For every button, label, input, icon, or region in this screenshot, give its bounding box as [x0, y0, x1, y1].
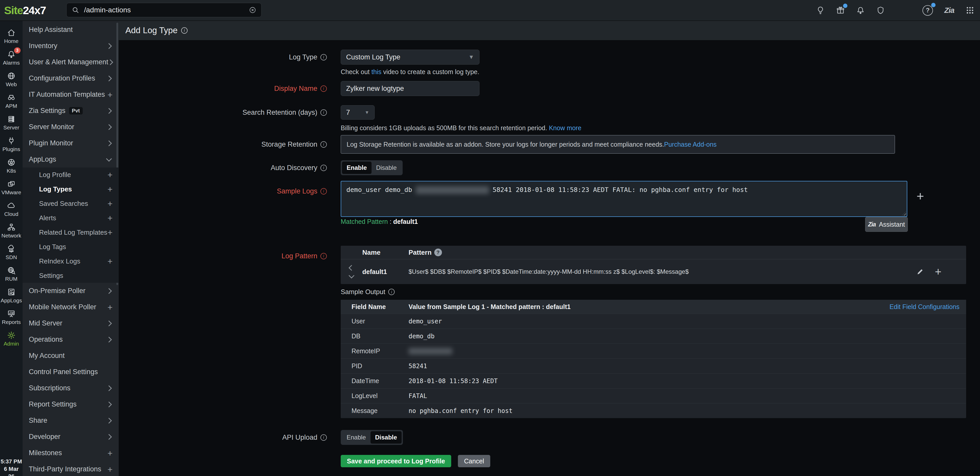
- api-upload-disable[interactable]: Disable: [371, 431, 402, 444]
- plus-icon[interactable]: +: [107, 230, 113, 235]
- sidebar-item-my-account[interactable]: My Account: [22, 348, 119, 364]
- sidebar-item-label: User & Alert Management: [29, 58, 108, 66]
- sidebar-item-reindex-logs[interactable]: ReIndex Logs+: [22, 254, 119, 268]
- sidebar-item-operations[interactable]: Operations: [22, 331, 119, 348]
- auto-discovery-disable[interactable]: Disable: [372, 161, 401, 174]
- add-sample-log-icon[interactable]: +: [916, 191, 924, 201]
- search-retention-dropdown[interactable]: 7 ▼: [341, 105, 375, 120]
- sidebar-item-developer[interactable]: Developer: [22, 429, 119, 445]
- sidebar-item-saved-searches[interactable]: Saved Searches+: [22, 196, 119, 211]
- sidebar-item-plugin-monitor[interactable]: Plugin Monitor: [22, 135, 119, 151]
- rail-item-admin[interactable]: Admin: [0, 328, 22, 350]
- shield-icon[interactable]: [876, 6, 885, 15]
- auto-discovery-enable[interactable]: Enable: [342, 161, 372, 174]
- sidebar-item-alerts[interactable]: Alerts+: [22, 211, 119, 225]
- info-icon[interactable]: i: [320, 434, 327, 441]
- plus-icon[interactable]: +: [107, 305, 113, 310]
- rail-item-network[interactable]: Network: [0, 220, 22, 241]
- sidebar-item-related-log-templates[interactable]: Related Log Templates+: [22, 225, 119, 240]
- sidebar-item-on-premise-poller[interactable]: On-Premise Poller: [22, 283, 119, 299]
- sidebar-item-subscriptions[interactable]: Subscriptions: [22, 380, 119, 396]
- sample-output-header: Field Name Value from Sample Log 1 - Mat…: [341, 300, 966, 314]
- bell-icon[interactable]: [856, 6, 865, 15]
- info-icon[interactable]: i: [320, 165, 327, 171]
- plus-icon[interactable]: +: [107, 467, 113, 472]
- sidebar-item-milestones[interactable]: Milestones+: [22, 445, 119, 461]
- log-type-dropdown[interactable]: Custom Log Type ▼: [341, 50, 479, 65]
- edit-pattern-icon[interactable]: [916, 268, 924, 276]
- sidebar-item-mid-server[interactable]: Mid Server: [22, 315, 119, 331]
- chevron-down-icon[interactable]: [349, 273, 355, 279]
- info-icon[interactable]: i: [320, 85, 327, 92]
- info-icon[interactable]: i: [320, 54, 327, 61]
- sample-logs-textarea[interactable]: demo_user demo_db58241 2018-01-08 11:58:…: [341, 181, 907, 217]
- sidebar-item-report-settings[interactable]: Report Settings: [22, 396, 119, 412]
- info-icon[interactable]: i: [388, 289, 395, 295]
- rail-item-label: APM: [5, 103, 17, 109]
- plus-icon[interactable]: +: [107, 216, 113, 220]
- sidebar-item-control-panel-settings[interactable]: Control Panel Settings: [22, 364, 119, 380]
- rail-item-k8s[interactable]: K8s: [0, 155, 22, 177]
- sidebar-item-mobile-network-poller[interactable]: Mobile Network Poller+: [22, 299, 119, 315]
- save-button[interactable]: Save and proceed to Log Profile: [341, 455, 451, 467]
- rail-item-apm[interactable]: APM: [0, 90, 22, 112]
- info-icon[interactable]: i: [320, 188, 327, 195]
- sidebar-item-settings[interactable]: Settings: [22, 268, 119, 283]
- plus-icon[interactable]: +: [107, 187, 113, 192]
- info-icon[interactable]: i: [181, 27, 188, 34]
- zia-icon[interactable]: Zia: [944, 6, 954, 15]
- sidebar-item-inventory[interactable]: Inventory: [22, 38, 119, 54]
- cancel-button[interactable]: Cancel: [458, 455, 490, 467]
- info-icon[interactable]: i: [320, 253, 327, 259]
- bulb-icon[interactable]: [816, 6, 825, 15]
- sidebar-item-help-assistant[interactable]: Help Assistant: [22, 22, 119, 38]
- rail-item-rum[interactable]: RUM: [0, 263, 22, 284]
- sidebar-item-third-party-integrations[interactable]: Third-Party Integrations+: [22, 461, 119, 476]
- info-icon[interactable]: i: [320, 141, 327, 148]
- video-link[interactable]: this: [372, 68, 382, 75]
- display-name-input[interactable]: [341, 81, 479, 96]
- clear-search-icon[interactable]: [249, 6, 256, 14]
- rail-item-home[interactable]: Home: [0, 25, 22, 47]
- chevron-up-icon[interactable]: [349, 265, 355, 271]
- sidebar-item-zia-settings[interactable]: Zia SettingsPvt: [22, 103, 119, 119]
- rail-item-reports[interactable]: Reports: [0, 306, 22, 328]
- rail-item-plugins[interactable]: Plugins: [0, 133, 22, 155]
- global-search[interactable]: [66, 3, 262, 17]
- info-icon[interactable]: i: [320, 109, 327, 116]
- plus-icon[interactable]: +: [107, 450, 113, 456]
- rail-item-server[interactable]: Server: [0, 112, 22, 133]
- know-more-link[interactable]: Know more: [549, 124, 581, 131]
- purchase-addons-link[interactable]: Purchase Add-ons: [664, 141, 717, 148]
- sidebar-item-user-alert-management[interactable]: User & Alert Management: [22, 54, 119, 70]
- sidebar-item-log-tags[interactable]: Log Tags: [22, 240, 119, 254]
- sidebar-item-log-types[interactable]: Log Types+: [22, 182, 119, 196]
- edit-field-configurations-link[interactable]: Edit Field Configurations: [889, 303, 959, 311]
- sidebar-item-server-monitor[interactable]: Server Monitor: [22, 119, 119, 135]
- plus-icon[interactable]: +: [107, 92, 113, 97]
- api-upload-enable[interactable]: Enable: [342, 431, 371, 444]
- rail-item-applogs[interactable]: AppLogs: [0, 284, 22, 306]
- sidebar-item-applogs[interactable]: AppLogs: [22, 151, 119, 168]
- plus-icon[interactable]: +: [107, 201, 113, 206]
- plus-icon[interactable]: +: [107, 172, 113, 177]
- rail-item-alarms[interactable]: Alarms3: [0, 47, 22, 69]
- sidebar-item-log-profile[interactable]: Log Profile+: [22, 168, 119, 182]
- site24x7-logo[interactable]: Site24x7: [4, 0, 46, 21]
- search-input[interactable]: [84, 6, 245, 14]
- sidebar-item-configuration-profiles[interactable]: Configuration Profiles: [22, 70, 119, 86]
- rail-item-web[interactable]: Web: [0, 69, 22, 90]
- add-pattern-icon[interactable]: +: [935, 268, 942, 276]
- rail-item-cloud[interactable]: Cloud: [0, 198, 22, 220]
- sidebar-item-it-automation-templates[interactable]: IT Automation Templates+: [22, 86, 119, 103]
- rail-item-sdn[interactable]: SDN: [0, 241, 22, 263]
- rail-item-vmware[interactable]: VMware: [0, 177, 22, 198]
- row-sorter[interactable]: [341, 266, 362, 278]
- apps-grid-icon[interactable]: [966, 6, 974, 15]
- gift-icon[interactable]: [836, 6, 845, 15]
- plus-icon[interactable]: +: [107, 259, 113, 264]
- pattern-help-icon[interactable]: ?: [434, 249, 442, 256]
- assistant-button[interactable]: Zia Assistant: [865, 217, 908, 232]
- sidebar-item-share[interactable]: Share: [22, 412, 119, 429]
- help-icon[interactable]: ?: [923, 5, 933, 16]
